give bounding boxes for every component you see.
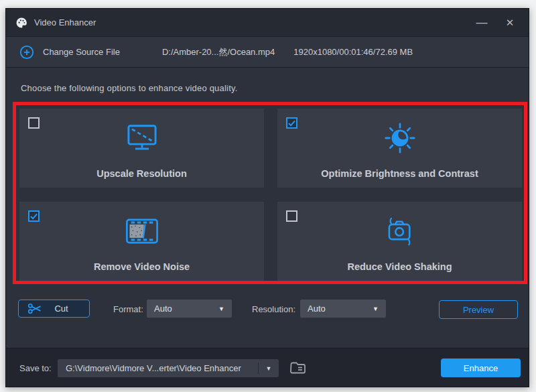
video-enhancer-window: Video Enhancer — ✕ Change Source File D:… — [5, 8, 529, 387]
chevron-down-icon[interactable]: ▼ — [259, 365, 279, 372]
option-reduce-shaking[interactable]: Reduce Video Shaking — [277, 202, 522, 281]
source-file-info: 1920x1080/00:01:46/72.69 MB — [293, 47, 413, 57]
window-title: Video Enhancer — [34, 17, 96, 27]
option-label: Optimize Brightness and Contrast — [277, 168, 522, 179]
instruction-text: Choose the following options to enhance … — [21, 83, 238, 93]
save-path-value: G:\Vidmore\Vidmore V...erter\Video Enhan… — [58, 363, 258, 373]
title-bar: Video Enhancer — ✕ — [6, 9, 529, 36]
open-folder-button[interactable] — [287, 358, 309, 377]
scissors-icon — [27, 302, 42, 315]
option-label: Upscale Resolution — [19, 168, 264, 179]
chevron-down-icon: ▼ — [373, 306, 379, 312]
palette-icon — [15, 17, 27, 29]
format-dropdown[interactable]: Auto ▼ — [147, 300, 232, 318]
format-label: Format: — [113, 304, 143, 314]
change-source-file-button[interactable]: Change Source File — [19, 45, 120, 60]
chevron-down-icon: ▼ — [218, 306, 224, 312]
enhance-button[interactable]: Enhance — [441, 358, 521, 377]
resolution-dropdown[interactable]: Auto ▼ — [300, 300, 386, 318]
add-circle-icon — [19, 45, 34, 60]
preview-button[interactable]: Preview — [439, 300, 518, 319]
monitor-upscale-icon — [19, 121, 264, 155]
option-optimize-brightness[interactable]: Optimize Brightness and Contrast — [277, 109, 522, 188]
folder-icon — [289, 361, 307, 375]
option-remove-noise[interactable]: Remove Video Noise — [19, 202, 264, 281]
footer-bar: Save to: G:\Vidmore\Vidmore V...erter\Vi… — [6, 348, 529, 387]
option-label: Reduce Video Shaking — [277, 261, 522, 272]
option-upscale-resolution[interactable]: Upscale Resolution — [19, 109, 264, 188]
cut-button[interactable]: Cut — [18, 300, 90, 318]
format-value: Auto — [154, 304, 172, 314]
change-source-label: Change Source File — [43, 47, 120, 57]
brightness-sun-icon — [277, 121, 522, 155]
resolution-label: Resolution: — [252, 304, 295, 314]
camera-shake-icon — [277, 214, 522, 249]
option-label: Remove Video Noise — [19, 261, 264, 272]
save-to-label: Save to: — [19, 363, 52, 373]
source-file-bar: Change Source File D:/Amber-20...然/Ocean… — [6, 36, 529, 68]
source-file-path: D:/Amber-20...然/Ocean.mp4 — [162, 46, 275, 58]
filmstrip-noise-icon — [19, 214, 264, 249]
save-path-dropdown[interactable]: G:\Vidmore\Vidmore V...erter\Video Enhan… — [58, 359, 279, 377]
resolution-value: Auto — [308, 304, 326, 314]
close-button[interactable]: ✕ — [500, 13, 519, 32]
minimize-button[interactable]: — — [472, 13, 491, 32]
cut-label: Cut — [42, 304, 80, 314]
enhance-options-grid: Upscale Resolution — [19, 109, 522, 281]
